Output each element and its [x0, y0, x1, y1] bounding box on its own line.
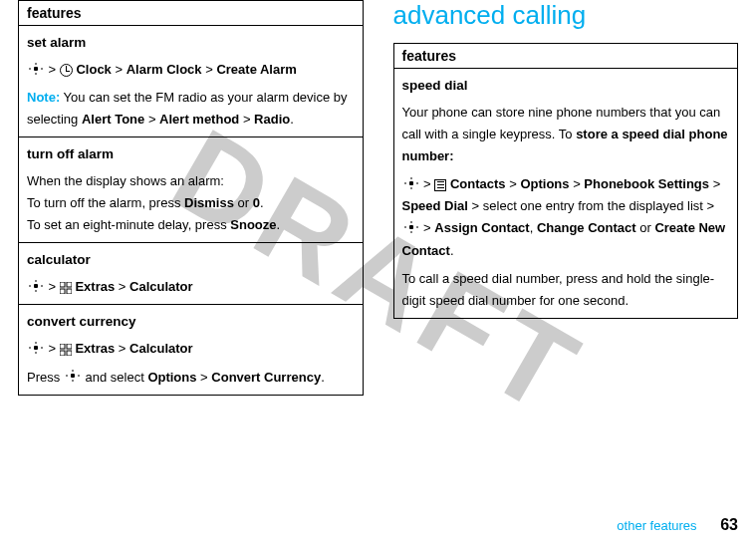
svg-rect-12	[409, 181, 413, 185]
extras-icon	[60, 282, 72, 294]
calculator-label: Calculator	[129, 279, 193, 294]
table-header-right: features	[394, 44, 738, 69]
extras-icon	[60, 344, 72, 356]
options-label2: Options	[520, 176, 569, 191]
center-key-icon	[402, 179, 420, 191]
svg-rect-2	[60, 282, 65, 287]
turn-off-line2a: To turn off the alarm, press	[27, 195, 180, 210]
convert-instruction: Press and select Options > Convert Curre…	[27, 367, 355, 389]
change-contact: Change Contact	[537, 220, 636, 235]
zero-key: 0	[253, 195, 260, 210]
convert-currency-label: Convert Currency	[211, 370, 321, 385]
svg-rect-6	[34, 346, 38, 350]
svg-rect-8	[67, 344, 72, 349]
extras-label2: Extras	[75, 341, 115, 356]
left-features-table: features set alarm > Clock > Alarm Clock…	[18, 0, 364, 396]
right-features-table: features speed dial Your phone can store…	[393, 43, 739, 319]
or-label2: or	[639, 220, 651, 235]
or-label: or	[238, 195, 250, 210]
set-alarm-title: set alarm	[27, 32, 355, 55]
speed-dial-call: To call a speed dial number, press and h…	[402, 268, 730, 312]
svg-rect-11	[71, 374, 75, 378]
turn-off-line3: To set an eight-minute delay, press Snoo…	[27, 214, 355, 236]
right-column: advanced calling features speed dial You…	[393, 0, 739, 396]
create-alarm-label: Create Alarm	[216, 62, 296, 77]
left-column: features set alarm > Clock > Alarm Clock…	[18, 0, 364, 396]
svg-rect-0	[34, 67, 38, 71]
alert-tone: Alert Tone	[82, 112, 144, 127]
svg-rect-10	[67, 351, 72, 356]
set-alarm-path: > Clock > Alarm Clock > Create Alarm	[27, 59, 355, 81]
alarm-clock-label: Alarm Clock	[126, 62, 202, 77]
extras-label: Extras	[75, 279, 115, 294]
speed-dial-title: speed dial	[402, 75, 730, 98]
svg-rect-5	[67, 289, 72, 294]
turn-off-line1: When the display shows an alarm:	[27, 170, 355, 192]
svg-rect-7	[60, 344, 65, 349]
radio-label: Radio	[254, 112, 290, 127]
advanced-calling-heading: advanced calling	[393, 0, 739, 31]
speed-dial-label: Speed Dial	[402, 198, 468, 213]
row-speed-dial: speed dial Your phone can store nine pho…	[394, 69, 738, 318]
and-select: and select	[85, 370, 143, 385]
page-number: 63	[720, 516, 738, 533]
calculator-label2: Calculator	[129, 341, 193, 356]
row-calculator: calculator > Extras > Calculator	[19, 243, 363, 305]
dismiss-label: Dismiss	[184, 195, 234, 210]
row-convert-currency: convert currency > Extras > Calculator P…	[19, 305, 363, 394]
svg-rect-13	[409, 225, 413, 229]
center-key-icon	[64, 372, 82, 384]
calculator-title: calculator	[27, 249, 355, 272]
row-turn-off-alarm: turn off alarm When the display shows an…	[19, 137, 363, 243]
center-key-icon	[402, 223, 420, 235]
turn-off-title: turn off alarm	[27, 143, 355, 166]
contacts-label: Contacts	[450, 176, 506, 191]
svg-rect-4	[60, 289, 65, 294]
clock-label: Clock	[76, 62, 111, 77]
svg-rect-3	[67, 282, 72, 287]
select-text: > select one entry from the displayed li…	[472, 198, 715, 213]
center-key-icon	[27, 344, 45, 356]
svg-rect-1	[34, 284, 38, 288]
calculator-path: > Extras > Calculator	[27, 276, 355, 298]
alert-method: Alert method	[159, 112, 239, 127]
speed-dial-path: > Contacts > Options > Phonebook Setting…	[402, 173, 730, 261]
note-label: Note:	[27, 90, 60, 105]
set-alarm-note: Note: You can set the FM radio as your a…	[27, 87, 355, 131]
table-header: features	[19, 1, 363, 26]
turn-off-line3a: To set an eight-minute delay, press	[27, 217, 227, 232]
footer-section-label: other features	[617, 518, 696, 533]
svg-rect-9	[60, 351, 65, 356]
press-text: Press	[27, 370, 60, 385]
clock-icon	[60, 64, 73, 77]
center-key-icon	[27, 282, 45, 294]
page-content: features set alarm > Clock > Alarm Clock…	[0, 0, 756, 396]
contacts-icon	[434, 179, 446, 191]
center-key-icon	[27, 65, 45, 77]
options-label: Options	[147, 370, 196, 385]
convert-path: > Extras > Calculator	[27, 338, 355, 360]
convert-title: convert currency	[27, 311, 355, 334]
row-set-alarm: set alarm > Clock > Alarm Clock > Create…	[19, 26, 363, 137]
page-footer: other features 63	[617, 516, 738, 534]
speed-dial-intro: Your phone can store nine phone numbers …	[402, 102, 730, 167]
phonebook-settings: Phonebook Settings	[584, 176, 709, 191]
assign-contact: Assign Contact	[434, 220, 529, 235]
turn-off-line2: To turn off the alarm, press Dismiss or …	[27, 192, 355, 214]
snooze-label: Snooze	[230, 217, 276, 232]
